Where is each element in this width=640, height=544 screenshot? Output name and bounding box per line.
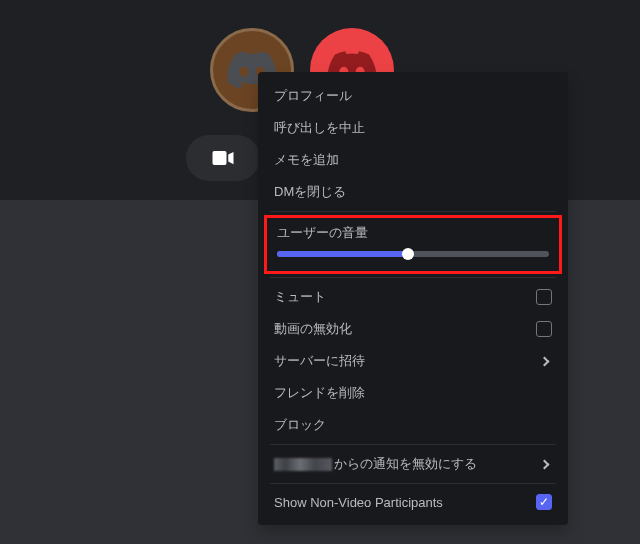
video-toggle-button[interactable] — [186, 135, 260, 181]
menu-invite-server[interactable]: サーバーに招待 — [264, 345, 562, 377]
menu-profile[interactable]: プロフィール — [264, 80, 562, 112]
checkbox-checked-icon — [536, 494, 552, 510]
checkbox-icon — [536, 289, 552, 305]
user-volume-label: ユーザーの音量 — [277, 224, 549, 242]
menu-disable-video[interactable]: 動画の無効化 — [264, 313, 562, 345]
menu-close-dm[interactable]: DMを閉じる — [264, 176, 562, 208]
menu-block[interactable]: ブロック — [264, 409, 562, 441]
menu-separator — [270, 444, 556, 445]
menu-separator — [270, 483, 556, 484]
volume-slider[interactable] — [277, 251, 549, 257]
menu-add-note[interactable]: メモを追加 — [264, 144, 562, 176]
menu-mute-notifications[interactable]: からの通知を無効にする — [264, 448, 562, 480]
chevron-right-icon — [540, 356, 550, 366]
volume-slider-fill — [277, 251, 408, 257]
menu-show-non-video[interactable]: Show Non-Video Participants — [264, 487, 562, 517]
menu-cancel-call[interactable]: 呼び出しを中止 — [264, 112, 562, 144]
menu-mute[interactable]: ミュート — [264, 281, 562, 313]
censored-username — [274, 458, 332, 471]
user-volume-section: ユーザーの音量 — [264, 215, 562, 274]
menu-remove-friend[interactable]: フレンドを削除 — [264, 377, 562, 409]
menu-separator — [270, 211, 556, 212]
user-context-menu: プロフィール 呼び出しを中止 メモを追加 DMを閉じる ユーザーの音量 ミュート… — [258, 72, 568, 525]
menu-separator — [270, 277, 556, 278]
video-camera-icon — [212, 151, 234, 165]
volume-slider-thumb[interactable] — [402, 248, 414, 260]
chevron-right-icon — [540, 459, 550, 469]
checkbox-icon — [536, 321, 552, 337]
